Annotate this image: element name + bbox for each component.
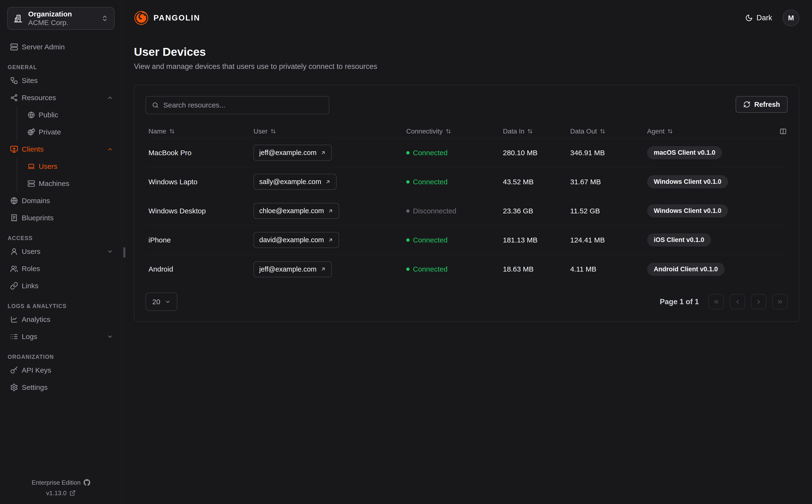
external-link-icon[interactable] xyxy=(69,490,76,496)
brand[interactable]: PANGOLIN xyxy=(134,10,200,25)
status-dot xyxy=(406,151,410,154)
edition-label: Enterprise Edition xyxy=(31,477,80,488)
user-link-button[interactable]: jeff@example.com xyxy=(254,261,332,277)
sidebar-item-label: Sites xyxy=(22,77,38,85)
first-page-button[interactable] xyxy=(708,294,724,309)
sidebar-item-machines[interactable]: Machines xyxy=(17,175,114,192)
refresh-button[interactable]: Refresh xyxy=(736,96,788,113)
column-header-data-out[interactable]: Data Out xyxy=(567,128,644,135)
sidebar-item-settings[interactable]: Settings xyxy=(7,379,114,396)
column-visibility-button[interactable] xyxy=(777,128,788,135)
pagination: 20 Page 1 of 1 xyxy=(145,293,788,311)
sort-icon xyxy=(271,129,276,134)
column-header-connectivity[interactable]: Connectivity xyxy=(403,128,500,135)
devices-table: Name User Connectivity Data In Data Out xyxy=(145,124,788,284)
sidebar: Organization ACME Corp. Server Admin GEN… xyxy=(0,0,122,504)
device-name: Android xyxy=(145,265,251,273)
table-row: MacBook Pro jeff@example.com Connected 2… xyxy=(145,138,788,167)
theme-toggle-label: Dark xyxy=(757,14,772,22)
table-row: Android jeff@example.com Connected 18.63… xyxy=(145,255,788,284)
logs-icon xyxy=(10,333,18,341)
theme-toggle[interactable]: Dark xyxy=(745,14,772,22)
column-header-agent[interactable]: Agent xyxy=(644,128,777,135)
sidebar-item-sites[interactable]: Sites xyxy=(7,72,114,89)
sidebar-item-label: Clients xyxy=(22,145,44,153)
sidebar-item-label: Public xyxy=(39,111,58,119)
column-header-data-in[interactable]: Data In xyxy=(500,128,567,135)
sidebar-item-label: Logs xyxy=(22,333,37,341)
user-icon xyxy=(10,247,18,256)
search-box xyxy=(145,96,329,114)
data-in: 18.63 MB xyxy=(500,265,567,273)
sidebar-item-private[interactable]: Private xyxy=(17,123,114,141)
next-page-button[interactable] xyxy=(751,294,766,309)
previous-page-button[interactable] xyxy=(730,294,745,309)
server-icon xyxy=(10,43,18,51)
sidebar-item-blueprints[interactable]: Blueprints xyxy=(7,209,114,226)
link-icon xyxy=(10,282,18,290)
sidebar-item-label: Users xyxy=(22,247,40,256)
user-link-button[interactable]: jeff@example.com xyxy=(254,145,332,161)
sidebar-item-label: API Keys xyxy=(22,366,51,374)
resources-icon xyxy=(10,94,18,102)
building-icon xyxy=(13,14,23,23)
device-name: Windows Desktop xyxy=(145,207,251,215)
last-page-button[interactable] xyxy=(772,294,788,309)
user-link-button[interactable]: sally@example.com xyxy=(254,174,337,190)
sidebar-item-label: Links xyxy=(22,282,38,290)
device-name: iPhone xyxy=(145,236,251,244)
page-title: User Devices xyxy=(134,45,799,59)
sidebar-item-client-users[interactable]: Users xyxy=(17,158,114,175)
arrow-up-right-icon xyxy=(328,237,333,243)
laptop-icon xyxy=(27,163,35,170)
data-out: 124.41 MB xyxy=(567,236,644,244)
sidebar-nav: Server Admin GENERAL Sites Resources xyxy=(7,30,114,477)
status-dot xyxy=(406,209,410,213)
user-link-button[interactable]: david@example.com xyxy=(254,232,339,248)
card-toolbar: Refresh xyxy=(145,96,788,114)
table-row: Windows Desktop chloe@example.com Discon… xyxy=(145,196,788,226)
sidebar-item-label: Analytics xyxy=(22,315,50,324)
agent-badge: Windows Client v0.1.0 xyxy=(647,204,728,217)
table-header-row: Name User Connectivity Data In Data Out xyxy=(145,124,788,138)
data-out: 4.11 MB xyxy=(567,265,644,273)
sidebar-item-label: Private xyxy=(39,128,61,136)
key-icon xyxy=(10,366,18,374)
agent-badge: macOS Client v0.1.0 xyxy=(647,146,722,159)
sidebar-item-roles[interactable]: Roles xyxy=(7,260,114,277)
github-icon[interactable] xyxy=(83,479,90,486)
clients-subgroup: Users Machines xyxy=(17,158,114,192)
sidebar-item-users[interactable]: Users xyxy=(7,243,114,260)
section-general: GENERAL xyxy=(7,64,114,71)
sidebar-item-server-admin[interactable]: Server Admin xyxy=(7,38,114,56)
data-in: 280.10 MB xyxy=(500,149,567,157)
column-header-user[interactable]: User xyxy=(251,128,403,135)
user-link-button[interactable]: chloe@example.com xyxy=(254,203,339,219)
org-selector[interactable]: Organization ACME Corp. xyxy=(7,7,114,30)
sidebar-item-logs[interactable]: Logs xyxy=(7,328,114,345)
page-size-select[interactable]: 20 xyxy=(145,293,177,311)
receipt-icon xyxy=(10,214,18,222)
sidebar-item-clients[interactable]: Clients xyxy=(7,141,114,158)
sort-icon xyxy=(527,129,533,134)
search-input[interactable] xyxy=(163,101,323,109)
sidebar-item-resources[interactable]: Resources xyxy=(7,89,114,106)
sidebar-item-api-keys[interactable]: API Keys xyxy=(7,362,114,379)
sidebar-item-public[interactable]: Public xyxy=(17,106,114,123)
data-out: 31.67 MB xyxy=(567,178,644,186)
sidebar-item-links[interactable]: Links xyxy=(7,277,114,294)
sidebar-item-analytics[interactable]: Analytics xyxy=(7,311,114,328)
sidebar-item-label: Settings xyxy=(22,383,47,391)
gear-icon xyxy=(10,383,18,391)
sidebar-resize-handle[interactable] xyxy=(123,247,125,258)
server-icon xyxy=(27,180,35,187)
column-header-name[interactable]: Name xyxy=(145,128,251,135)
devices-card: Refresh Name User Connectivity Data In xyxy=(134,85,799,322)
moon-icon xyxy=(745,14,753,22)
status-dot xyxy=(406,180,410,184)
sidebar-item-label: Roles xyxy=(22,265,40,273)
avatar[interactable]: M xyxy=(783,10,799,26)
page-indicator: Page 1 of 1 xyxy=(660,298,699,306)
data-out: 11.52 GB xyxy=(567,207,644,215)
sidebar-item-domains[interactable]: Domains xyxy=(7,192,114,209)
